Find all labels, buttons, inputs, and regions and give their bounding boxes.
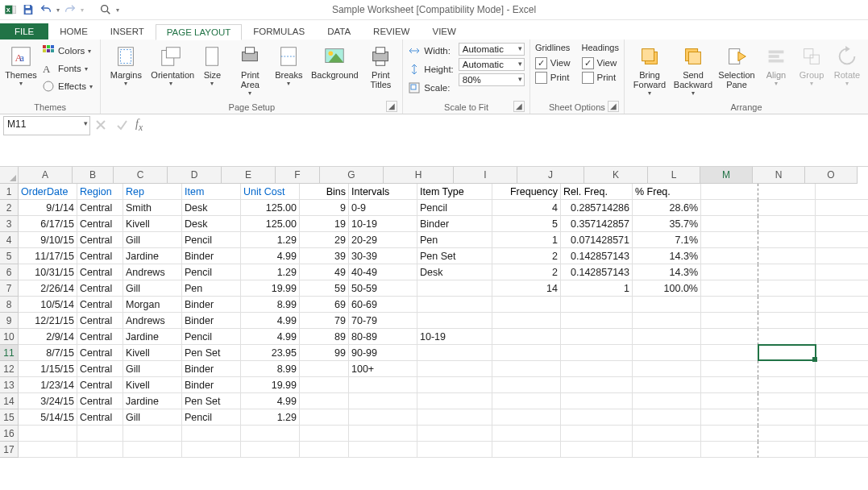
cell-A9[interactable]: 12/21/15 <box>19 313 77 329</box>
cell-K6[interactable]: 14.3% <box>633 264 701 280</box>
cell-G14[interactable] <box>349 393 417 409</box>
tab-formulas[interactable]: FORMULAS <box>242 23 316 39</box>
row-header-8[interactable]: 8 <box>0 297 19 313</box>
cell-B6[interactable]: Central <box>77 264 123 280</box>
cell-K8[interactable] <box>633 297 701 313</box>
cell-A3[interactable]: 6/17/15 <box>19 216 77 232</box>
column-header-D[interactable]: D <box>168 167 222 184</box>
cell-K14[interactable] <box>633 393 701 409</box>
cell-N6[interactable] <box>816 264 868 280</box>
cell-D6[interactable]: Pencil <box>182 264 241 280</box>
cell-L17[interactable] <box>701 442 758 458</box>
tab-home[interactable]: HOME <box>48 23 99 39</box>
cell-G8[interactable]: 60-69 <box>349 297 417 313</box>
cell-K5[interactable]: 14.3% <box>633 248 701 264</box>
cell-K11[interactable] <box>633 345 701 361</box>
cell-I13[interactable] <box>492 377 561 393</box>
column-header-I[interactable]: I <box>454 167 517 184</box>
column-header-C[interactable]: C <box>114 167 168 184</box>
cell-J15[interactable] <box>561 409 633 426</box>
cell-C1[interactable]: Rep <box>123 184 182 200</box>
cell-H8[interactable] <box>417 297 492 313</box>
cell-B14[interactable]: Central <box>77 393 123 409</box>
cell-J17[interactable] <box>561 442 633 458</box>
cell-F11[interactable]: 99 <box>300 345 349 361</box>
cell-G2[interactable]: 0-9 <box>349 200 417 216</box>
cell-E3[interactable]: 125.00 <box>241 216 300 232</box>
cell-F13[interactable] <box>300 377 349 393</box>
cell-J10[interactable] <box>561 329 633 345</box>
cell-N8[interactable] <box>816 297 868 313</box>
cell-C11[interactable]: Kivell <box>123 345 182 361</box>
cell-M10[interactable] <box>758 329 816 345</box>
cell-A5[interactable]: 11/17/15 <box>19 248 77 264</box>
cell-B2[interactable]: Central <box>77 200 123 216</box>
cell-K4[interactable]: 7.1% <box>633 232 701 248</box>
cell-C16[interactable] <box>123 426 182 442</box>
cell-G6[interactable]: 40-49 <box>349 264 417 280</box>
cell-B11[interactable]: Central <box>77 345 123 361</box>
tab-insert[interactable]: INSERT <box>99 23 156 39</box>
cell-H3[interactable]: Binder <box>417 216 492 232</box>
cell-M7[interactable] <box>758 280 816 297</box>
cell-N14[interactable] <box>816 393 868 409</box>
cell-F10[interactable]: 89 <box>300 329 349 345</box>
cell-C2[interactable]: Smith <box>123 200 182 216</box>
cell-D3[interactable]: Desk <box>182 216 241 232</box>
cell-D14[interactable]: Pen Set <box>182 393 241 409</box>
cell-J1[interactable]: Rel. Freq. <box>561 184 633 200</box>
cell-D4[interactable]: Pencil <box>182 232 241 248</box>
cell-E15[interactable]: 1.29 <box>241 409 300 426</box>
cell-A15[interactable]: 5/14/15 <box>19 409 77 426</box>
cell-E1[interactable]: Unit Cost <box>241 184 300 200</box>
cell-H7[interactable] <box>417 280 492 297</box>
save-icon[interactable] <box>21 2 35 17</box>
cell-I11[interactable] <box>492 345 561 361</box>
row-header-16[interactable]: 16 <box>0 426 19 442</box>
cell-J2[interactable]: 0.285714286 <box>561 200 633 216</box>
cell-J7[interactable]: 1 <box>561 280 633 297</box>
orientation-button[interactable]: Orientation▾ <box>151 43 191 87</box>
cell-I5[interactable]: 2 <box>492 248 561 264</box>
cell-N11[interactable] <box>816 345 868 361</box>
cell-J14[interactable] <box>561 393 633 409</box>
cell-G10[interactable]: 80-89 <box>349 329 417 345</box>
cell-I8[interactable] <box>492 297 561 313</box>
row-header-5[interactable]: 5 <box>0 248 19 264</box>
tab-data[interactable]: DATA <box>316 23 362 39</box>
cell-B12[interactable]: Central <box>77 361 123 377</box>
cell-A13[interactable]: 1/23/14 <box>19 377 77 393</box>
cell-I7[interactable]: 14 <box>492 280 561 297</box>
cell-M8[interactable] <box>758 297 816 313</box>
cell-G11[interactable]: 90-99 <box>349 345 417 361</box>
cell-C7[interactable]: Gill <box>123 280 182 297</box>
cell-K9[interactable] <box>633 313 701 329</box>
cell-J11[interactable] <box>561 345 633 361</box>
cell-L10[interactable] <box>701 329 758 345</box>
cell-M2[interactable] <box>758 200 816 216</box>
cell-H1[interactable]: Item Type <box>417 184 492 200</box>
cell-F14[interactable] <box>300 393 349 409</box>
cell-D13[interactable]: Binder <box>182 377 241 393</box>
cell-F16[interactable] <box>300 426 349 442</box>
cell-N12[interactable] <box>816 361 868 377</box>
cell-F3[interactable]: 19 <box>300 216 349 232</box>
cell-B1[interactable]: Region <box>77 184 123 200</box>
cell-N17[interactable] <box>816 442 868 458</box>
row-header-6[interactable]: 6 <box>0 264 19 280</box>
pagesetup-launcher-icon[interactable]: ◢ <box>386 101 397 112</box>
row-header-9[interactable]: 9 <box>0 313 19 329</box>
column-header-E[interactable]: E <box>222 167 276 184</box>
width-combo[interactable]: Automatic <box>459 43 525 56</box>
cell-G1[interactable]: Intervals <box>349 184 417 200</box>
bring-forward-button[interactable]: Bring Forward▾ <box>629 43 670 97</box>
rotate-button[interactable]: Rotate▾ <box>831 43 863 87</box>
row-header-15[interactable]: 15 <box>0 409 19 426</box>
cell-C3[interactable]: Kivell <box>123 216 182 232</box>
cell-J4[interactable]: 0.071428571 <box>561 232 633 248</box>
cell-N16[interactable] <box>816 426 868 442</box>
cell-H12[interactable] <box>417 361 492 377</box>
cell-J8[interactable] <box>561 297 633 313</box>
scale-spinner[interactable]: 80% <box>459 73 525 86</box>
cell-B3[interactable]: Central <box>77 216 123 232</box>
